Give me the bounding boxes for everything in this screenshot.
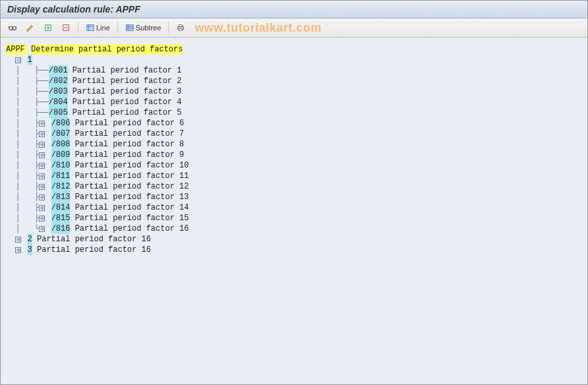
- node-label: 3: [28, 245, 32, 255]
- leaf-code: /806: [51, 118, 71, 129]
- collapse-node-icon[interactable]: ⊟: [15, 57, 21, 63]
- leaf-code: /812: [51, 181, 71, 192]
- tree-leaf[interactable]: │ ├──/803 Partial period factor 3: [6, 86, 582, 97]
- tree-leaf[interactable]: │ ├⊞ /808 Partial period factor 8: [6, 139, 582, 150]
- expand-node-icon[interactable]: ⊞: [39, 216, 45, 222]
- leaf-text: Partial period factor 10: [75, 160, 189, 171]
- tree-leaf[interactable]: │ ├──/801 Partial period factor 1: [6, 65, 582, 76]
- collapse-icon[interactable]: [58, 20, 74, 35]
- leaf-text: Partial period factor 16: [75, 223, 189, 234]
- leaf-text: Partial period factor 14: [75, 202, 189, 213]
- expand-node-icon[interactable]: ⊞: [39, 152, 45, 158]
- toolbar-separator: [117, 22, 118, 34]
- toolbar-separator: [168, 22, 169, 34]
- tree-node-1[interactable]: ⊟ 1: [6, 55, 582, 65]
- leaf-code: /810: [51, 160, 71, 171]
- expand-node-icon[interactable]: ⊞: [39, 131, 45, 137]
- tree-leaf[interactable]: │ ├⊞ /813 Partial period factor 13: [6, 192, 582, 202]
- svg-rect-7: [179, 25, 183, 27]
- leaf-text: Partial period factor 2: [73, 76, 182, 86]
- expand-node-icon[interactable]: ⊞: [39, 163, 45, 169]
- tree-leaf[interactable]: │ ├⊞ /809 Partial period factor 9: [6, 150, 582, 160]
- leaf-code: /805: [49, 107, 68, 118]
- toolbar: Line Subtree www.tutorialkart.com: [1, 18, 587, 38]
- glasses-icon[interactable]: [5, 20, 20, 35]
- tree-leaf[interactable]: │ ├──/804 Partial period factor 4: [6, 97, 582, 107]
- leaf-text: Partial period factor 6: [75, 118, 185, 129]
- leaf-text: Partial period factor 12: [75, 181, 189, 192]
- leaf-text: Partial period factor 13: [75, 192, 189, 202]
- svg-rect-8: [179, 29, 183, 31]
- tree-leaf[interactable]: │ ├──/805 Partial period factor 5: [6, 107, 582, 118]
- tree-leaf[interactable]: │ ├⊞ /806 Partial period factor 6: [6, 118, 582, 129]
- leaf-text: Partial period factor 9: [75, 150, 185, 160]
- tree-leaf[interactable]: │ └⊞ /816 Partial period factor 16: [6, 223, 582, 234]
- tree-leaf[interactable]: │ ├⊞ /815 Partial period factor 15: [6, 213, 582, 223]
- leaf-text: Partial period factor 7: [75, 129, 185, 139]
- tree-node-2[interactable]: ⊞ 2 Partial period factor 16: [6, 234, 582, 245]
- line-button-label: Line: [96, 24, 110, 32]
- leaf-code: /815: [51, 213, 71, 223]
- tree-leaf[interactable]: │ ├⊞ /812 Partial period factor 12: [6, 181, 582, 192]
- tree-leaf[interactable]: │ ├⊞ /810 Partial period factor 10: [6, 160, 582, 171]
- expand-icon[interactable]: [40, 20, 56, 35]
- toolbar-separator: [78, 22, 78, 34]
- tree-leaf[interactable]: │ ├⊞ /807 Partial period factor 7: [6, 129, 582, 139]
- expand-node-icon[interactable]: ⊞: [39, 121, 45, 127]
- leaf-text: Partial period factor 5: [73, 107, 182, 118]
- svg-point-0: [9, 26, 13, 30]
- node-text: Partial period factor 16: [37, 234, 151, 245]
- page-title: Display calculation rule: APPF: [1, 1, 587, 18]
- leaf-text: Partial period factor 15: [75, 213, 189, 223]
- expand-node-icon[interactable]: ⊞: [15, 237, 21, 243]
- line-button[interactable]: Line: [82, 20, 113, 35]
- tree-leaf[interactable]: │ ├──/802 Partial period factor 2: [6, 76, 582, 86]
- svg-rect-5: [127, 25, 134, 31]
- leaf-code: /804: [49, 97, 68, 107]
- expand-node-icon[interactable]: ⊞: [39, 226, 45, 232]
- tree-node-3[interactable]: ⊞ 3 Partial period factor 16: [6, 245, 582, 255]
- leaf-code: /814: [51, 202, 71, 213]
- tree-root-node[interactable]: APPF Determine partial period factors: [6, 44, 582, 55]
- print-icon[interactable]: [173, 20, 189, 35]
- expand-node-icon[interactable]: ⊞: [15, 247, 21, 253]
- leaf-text: Partial period factor 4: [73, 97, 182, 107]
- leaf-text: Partial period factor 3: [73, 86, 182, 97]
- root-code: APPF: [6, 44, 26, 55]
- svg-point-1: [13, 26, 16, 30]
- expand-node-icon[interactable]: ⊞: [39, 184, 45, 190]
- leaf-text: Partial period factor 1: [73, 65, 182, 76]
- leaf-code: /816: [51, 223, 71, 234]
- node-label: 1: [28, 55, 32, 65]
- leaf-code: /807: [51, 129, 71, 139]
- leaf-code: /809: [51, 150, 71, 160]
- root-text: Determine partial period factors: [31, 44, 183, 55]
- leaf-code: /802: [49, 76, 68, 86]
- expand-node-icon[interactable]: ⊞: [39, 205, 45, 211]
- leaf-code: /803: [49, 86, 68, 97]
- leaf-code: /801: [49, 65, 68, 76]
- expand-node-icon[interactable]: ⊞: [39, 194, 45, 200]
- leaf-code: /813: [51, 192, 71, 202]
- edit-icon[interactable]: [22, 20, 38, 35]
- subtree-button[interactable]: Subtree: [122, 20, 165, 35]
- expand-node-icon[interactable]: ⊞: [39, 173, 45, 179]
- leaf-text: Partial period factor 8: [75, 139, 185, 150]
- watermark: www.tutorialkart.com: [194, 21, 321, 35]
- leaf-code: /811: [51, 171, 71, 181]
- expand-node-icon[interactable]: ⊞: [39, 142, 45, 148]
- node-text: Partial period factor 16: [37, 245, 151, 255]
- tree-leaf[interactable]: │ ├⊞ /814 Partial period factor 14: [6, 202, 582, 213]
- leaf-text: Partial period factor 11: [75, 171, 189, 181]
- tree-leaf[interactable]: │ ├⊞ /811 Partial period factor 11: [6, 171, 582, 181]
- svg-rect-4: [87, 25, 94, 31]
- node-label: 2: [28, 234, 32, 245]
- leaf-code: /808: [51, 139, 71, 150]
- subtree-button-label: Subtree: [136, 24, 162, 32]
- tree-content: APPF Determine partial period factors ⊟ …: [1, 38, 587, 384]
